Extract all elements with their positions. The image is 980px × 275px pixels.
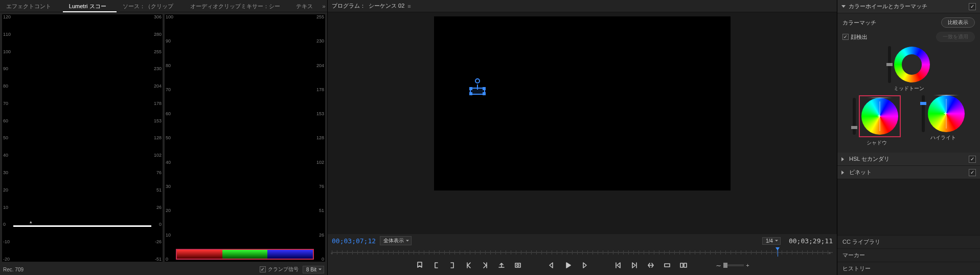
- program-monitor-header: プログラム： シーケンス 02 ≡: [328, 0, 837, 12]
- scope-colorspace-label: Rec. 709: [3, 267, 24, 272]
- resize-handle[interactable]: [483, 87, 486, 90]
- svg-rect-4: [684, 263, 687, 267]
- mark-out-button[interactable]: [448, 261, 457, 270]
- luma-trace: [13, 225, 151, 227]
- tabs-overflow-icon[interactable]: »: [321, 3, 327, 9]
- rgb-parade-highlight: [176, 249, 314, 260]
- playhead[interactable]: [778, 248, 778, 257]
- step-back-button[interactable]: [547, 261, 556, 270]
- go-to-out-button[interactable]: [481, 261, 490, 270]
- tab-audio-clip-mixer[interactable]: オーディオクリップミキサー：シーケンス 02: [184, 0, 290, 12]
- tab-lumetri-scopes[interactable]: Lumetri スコープ ≡: [63, 0, 117, 12]
- prev-edit-button[interactable]: [613, 261, 623, 270]
- midtones-color-wheel[interactable]: [894, 47, 930, 82]
- program-title-prefix: プログラム：: [332, 2, 366, 10]
- wheel-puck-icon[interactable]: +: [877, 114, 882, 119]
- overwrite-button[interactable]: [663, 261, 672, 270]
- export-frame-button[interactable]: [513, 261, 522, 270]
- apply-match-button: 一致を適用: [936, 32, 975, 42]
- section-title: HSL セカンダリ: [849, 155, 890, 163]
- section-title: カラーホイールとカラーマッチ: [849, 3, 927, 10]
- anchor-point-icon[interactable]: [475, 78, 480, 83]
- zoom-fit-dropdown[interactable]: 全体表示: [380, 236, 412, 245]
- panel-markers[interactable]: マーカー: [837, 248, 980, 262]
- zoom-in-icon[interactable]: +: [746, 262, 749, 268]
- chevron-down-icon: [841, 5, 846, 10]
- clamp-signal-label: クランプ信号: [268, 266, 299, 273]
- panel-history[interactable]: ヒストリー: [837, 262, 980, 275]
- scope-luma-waveform[interactable]: 1201101009080706050403020100-10-20 30628…: [2, 14, 163, 262]
- play-button[interactable]: [563, 261, 573, 270]
- transport-bar: ∼ +: [332, 259, 833, 272]
- panel-cc-libraries[interactable]: CC ライブラリ: [837, 235, 980, 248]
- highlights-luma-slider[interactable]: [922, 95, 925, 132]
- program-controls: 00;03;07;12 全体表示 1/4 00;03;29;11 ◦ ◦: [328, 234, 837, 275]
- highlights-color-wheel[interactable]: +: [928, 95, 965, 132]
- lift-button[interactable]: [497, 261, 506, 270]
- program-panel-menu-icon[interactable]: ≡: [407, 3, 411, 9]
- section-enable-checkbox[interactable]: [969, 3, 976, 10]
- midtones-label: ミッドトーン: [894, 85, 924, 92]
- step-forward-button[interactable]: [580, 261, 589, 270]
- go-to-in-button[interactable]: [464, 261, 473, 270]
- chevron-right-icon: [841, 171, 846, 175]
- insert-button[interactable]: [646, 261, 655, 270]
- scrubber-end-icon[interactable]: ◦: [829, 250, 834, 255]
- svg-rect-2: [665, 264, 670, 267]
- tab-text[interactable]: テキスト: [290, 0, 321, 12]
- zoom-out-icon[interactable]: ∼: [716, 262, 721, 269]
- luma-spike: ▴: [30, 219, 35, 224]
- shadows-color-wheel[interactable]: +: [861, 98, 898, 135]
- add-marker-button[interactable]: [415, 261, 424, 270]
- section-hsl-secondary[interactable]: HSL セカンダリ: [837, 153, 980, 166]
- color-wheels-body: カラーマッチ 比較表示 顔検出 一致を適用 ミッドトーン: [837, 13, 980, 153]
- timeline-zoom-slider[interactable]: ∼ +: [716, 262, 749, 269]
- compare-view-button[interactable]: 比較表示: [941, 17, 975, 28]
- face-detect-checkbox[interactable]: 顔検出: [842, 33, 868, 41]
- program-sequence-name: シーケンス 02: [369, 2, 404, 10]
- timecode-duration[interactable]: 00;03;29;11: [789, 237, 833, 245]
- face-detect-label: 顔検出: [851, 33, 868, 41]
- next-edit-button[interactable]: [630, 261, 639, 270]
- midtones-luma-slider[interactable]: [888, 46, 891, 83]
- section-title: ビネット: [849, 168, 872, 176]
- bit-depth-dropdown[interactable]: 8 Bit: [303, 266, 324, 273]
- wheel-puck-icon[interactable]: +: [944, 111, 949, 116]
- scopes-footer: Rec. 709 クランプ信号 8 Bit: [0, 264, 327, 275]
- shadows-selected-frame: +: [859, 95, 901, 137]
- scopes-tab-bar: エフェクトコントロール Lumetri スコープ ≡ ソース：（クリップなし） …: [0, 0, 327, 12]
- highlights-wheel-block: + ハイライト: [922, 95, 965, 146]
- midtones-wheel-block: ミッドトーン: [888, 46, 930, 92]
- tab-effect-controls[interactable]: エフェクトコントロール: [0, 0, 63, 12]
- section-color-wheels[interactable]: カラーホイールとカラーマッチ: [837, 0, 980, 13]
- scopes-body: 1201101009080706050403020100-10-20 30628…: [0, 12, 327, 275]
- shadows-label: シャドウ: [867, 139, 887, 146]
- section-enable-checkbox[interactable]: [969, 156, 976, 163]
- chevron-right-icon: [841, 157, 846, 161]
- playback-resolution-dropdown[interactable]: 1/4: [762, 237, 781, 245]
- selected-graphic[interactable]: [470, 88, 485, 95]
- scope-rgb-parade[interactable]: 1009080706050403020100 25523020417815312…: [165, 14, 325, 262]
- comparison-view-button[interactable]: [679, 261, 688, 270]
- timecode-current[interactable]: 00;03;07;12: [332, 237, 376, 245]
- program-scrubber[interactable]: ◦ ◦: [332, 248, 833, 257]
- svg-rect-3: [680, 263, 683, 267]
- tab-source[interactable]: ソース：（クリップなし）: [117, 0, 184, 12]
- resize-handle[interactable]: [469, 92, 472, 95]
- svg-point-1: [517, 264, 519, 266]
- section-enable-checkbox[interactable]: [969, 169, 976, 176]
- resize-handle[interactable]: [469, 87, 472, 90]
- program-canvas[interactable]: [434, 16, 731, 191]
- highlights-label: ハイライト: [930, 134, 956, 141]
- mark-in-button[interactable]: [431, 261, 441, 270]
- section-vignette[interactable]: ビネット: [837, 166, 980, 179]
- color-match-label: カラーマッチ: [842, 19, 876, 27]
- resize-handle[interactable]: [483, 92, 486, 95]
- shadows-luma-slider[interactable]: [853, 98, 856, 135]
- clamp-signal-checkbox[interactable]: クランプ信号: [260, 266, 299, 273]
- program-monitor-body: [328, 12, 837, 234]
- shadows-wheel-block: + シャドウ: [853, 95, 901, 146]
